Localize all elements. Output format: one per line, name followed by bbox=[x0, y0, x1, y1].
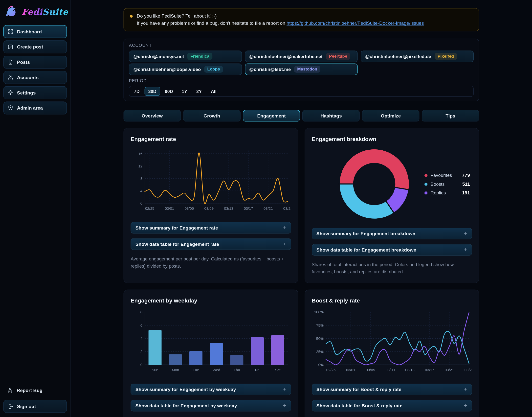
notice-line-2: If you have any problems or find a bug, … bbox=[137, 20, 424, 27]
replies-dot-icon bbox=[424, 191, 427, 194]
plus-icon: + bbox=[464, 403, 467, 409]
line-chart: 0%25%50%75%100%02/2503/0103/0503/0903/13… bbox=[312, 308, 472, 377]
svg-text:03/05: 03/05 bbox=[366, 368, 375, 372]
account-chip-mastodon[interactable]: @christin@lsbt.me Mastodon bbox=[245, 64, 358, 75]
sign-out-button[interactable]: Sign out bbox=[3, 400, 67, 413]
users-icon bbox=[7, 74, 14, 81]
app-title: FediSuite bbox=[22, 7, 68, 17]
svg-text:03/25: 03/25 bbox=[464, 368, 472, 372]
card-title: Engagement rate bbox=[131, 136, 291, 142]
github-issues-link[interactable]: https://github.com/christinloehner/FediS… bbox=[287, 20, 424, 26]
svg-text:12: 12 bbox=[138, 164, 143, 168]
svg-text:8: 8 bbox=[140, 310, 142, 314]
svg-text:03/21: 03/21 bbox=[444, 368, 454, 372]
svg-text:0: 0 bbox=[140, 201, 142, 205]
account-chip-peertube[interactable]: @christinloehner@makertube.net Peertube bbox=[245, 51, 358, 62]
notice-bullet-icon bbox=[130, 15, 133, 18]
data-table-toggle[interactable]: Show data table for Boost & reply rate+ bbox=[312, 400, 472, 412]
summary-toggle[interactable]: Show summary for Boost & reply rate+ bbox=[312, 384, 472, 395]
account-chip-friendica[interactable]: @chrislo@anonsys.net Friendica bbox=[129, 51, 242, 62]
account-handle: @christinloehner@loops.video bbox=[133, 67, 201, 72]
tab-hashtags[interactable]: Hashtags bbox=[303, 110, 360, 122]
plus-icon: + bbox=[464, 386, 467, 393]
plus-icon: + bbox=[283, 386, 286, 393]
period-7d[interactable]: 7D bbox=[130, 87, 144, 96]
svg-text:Wed: Wed bbox=[213, 368, 220, 372]
tab-tips[interactable]: Tips bbox=[422, 110, 479, 122]
summary-toggle[interactable]: Show summary for Engagement rate+ bbox=[131, 222, 291, 234]
legend-item-favourites: Favourites 779 bbox=[424, 172, 470, 178]
sidebar-item-settings[interactable]: Settings bbox=[3, 86, 67, 99]
svg-text:03/01: 03/01 bbox=[346, 368, 355, 372]
tab-bar: Overview Growth Engagement Hashtags Opti… bbox=[124, 110, 479, 122]
account-chip-pixelfed[interactable]: @christinloehner@pixelfed.de Pixelfed bbox=[361, 51, 474, 62]
tab-optimize[interactable]: Optimize bbox=[362, 110, 420, 122]
legend-item-boosts: Boosts 511 bbox=[424, 181, 470, 187]
sign-out-label: Sign out bbox=[17, 404, 36, 409]
svg-text:25%: 25% bbox=[316, 349, 323, 354]
svg-text:100%: 100% bbox=[314, 310, 323, 314]
plus-icon: + bbox=[283, 241, 286, 247]
plus-icon: + bbox=[283, 403, 286, 409]
account-handle: @chrislo@anonsys.net bbox=[133, 54, 184, 59]
account-chip-loops[interactable]: @christinloehner@loops.video Loops bbox=[129, 64, 242, 75]
period-all[interactable]: All bbox=[207, 87, 221, 96]
account-handle: @christinloehner@pixelfed.de bbox=[365, 54, 431, 59]
sidebar-item-create-post[interactable]: Create post bbox=[3, 40, 67, 53]
tab-overview[interactable]: Overview bbox=[124, 110, 181, 122]
report-bug-label: Report Bug bbox=[17, 388, 43, 393]
sidebar-spacer bbox=[3, 117, 67, 384]
tab-engagement[interactable]: Engagement bbox=[243, 110, 300, 122]
card-grid: Engagement rate 048121602/2503/0103/0503… bbox=[124, 128, 479, 417]
sidebar-item-dashboard[interactable]: Dashboard bbox=[3, 25, 67, 38]
svg-text:03/09: 03/09 bbox=[204, 206, 214, 210]
sidebar-item-label: Create post bbox=[17, 44, 43, 49]
card-title: Boost & reply rate bbox=[312, 297, 472, 304]
data-table-toggle[interactable]: Show data table for Engagement rate+ bbox=[131, 238, 291, 250]
svg-text:8: 8 bbox=[140, 176, 142, 181]
line-chart: 048121602/2503/0103/0503/0903/1303/1703/… bbox=[131, 146, 291, 216]
svg-text:02/25: 02/25 bbox=[326, 368, 335, 372]
notice-banner: Do you like FediSuite? Tell about it! :-… bbox=[124, 8, 479, 31]
svg-text:Mon: Mon bbox=[172, 368, 179, 372]
period-2y[interactable]: 2Y bbox=[192, 87, 206, 96]
notice-line-1: Do you like FediSuite? Tell about it! :-… bbox=[137, 13, 424, 20]
period-90d[interactable]: 90D bbox=[161, 87, 177, 96]
data-table-toggle[interactable]: Show data table for Engagement by weekda… bbox=[131, 400, 291, 412]
period-1y[interactable]: 1Y bbox=[178, 87, 191, 96]
app-logo[interactable]: FediSuite bbox=[3, 4, 67, 25]
sidebar-item-label: Posts bbox=[17, 59, 30, 65]
sidebar-item-label: Admin area bbox=[17, 105, 43, 111]
svg-text:50%: 50% bbox=[316, 336, 323, 341]
svg-text:03/21: 03/21 bbox=[264, 206, 273, 210]
sidebar-item-accounts[interactable]: Accounts bbox=[3, 71, 67, 84]
svg-text:03/13: 03/13 bbox=[405, 368, 415, 372]
summary-toggle[interactable]: Show summary for Engagement breakdown+ bbox=[312, 228, 472, 239]
svg-text:Sun: Sun bbox=[152, 368, 158, 372]
sidebar-item-label: Dashboard bbox=[17, 29, 42, 34]
period-30d[interactable]: 30D bbox=[145, 87, 160, 96]
card-boost-reply-rate: Boost & reply rate 0%25%50%75%100%02/250… bbox=[305, 290, 479, 417]
platform-badge: Pixelfed bbox=[435, 53, 457, 60]
app-root: FediSuite Dashboard Create post Posts bbox=[0, 0, 532, 417]
report-bug-button[interactable]: Report Bug bbox=[3, 384, 67, 397]
svg-text:03/25: 03/25 bbox=[283, 206, 291, 210]
document-icon bbox=[7, 59, 14, 65]
sidebar-item-posts[interactable]: Posts bbox=[3, 56, 67, 69]
svg-text:03/09: 03/09 bbox=[385, 368, 395, 372]
data-table-toggle[interactable]: Show data table for Engagement breakdown… bbox=[312, 244, 472, 256]
engagement-rate-chart: 048121602/2503/0103/0503/0903/1303/1703/… bbox=[131, 146, 291, 216]
summary-toggle[interactable]: Show summary for Engagement by weekday+ bbox=[131, 384, 291, 395]
platform-badge: Mastodon bbox=[294, 66, 320, 72]
legend-item-replies: Replies 191 bbox=[424, 190, 470, 196]
svg-text:75%: 75% bbox=[316, 323, 323, 327]
sidebar-item-admin-area[interactable]: Admin area bbox=[3, 101, 67, 114]
sign-out-icon bbox=[7, 403, 14, 410]
tab-growth[interactable]: Growth bbox=[183, 110, 241, 122]
engagement-by-weekday-chart: 02468SunMonTueWedThuFriSat bbox=[131, 308, 291, 377]
sidebar-item-label: Settings bbox=[17, 90, 36, 95]
sidebar: FediSuite Dashboard Create post Posts bbox=[0, 0, 70, 417]
svg-text:0%: 0% bbox=[318, 363, 324, 367]
card-engagement-breakdown: Engagement breakdown Favourites 779 bbox=[305, 128, 479, 283]
account-panel: ACCOUNT @chrislo@anonsys.net Friendica @… bbox=[124, 39, 479, 101]
